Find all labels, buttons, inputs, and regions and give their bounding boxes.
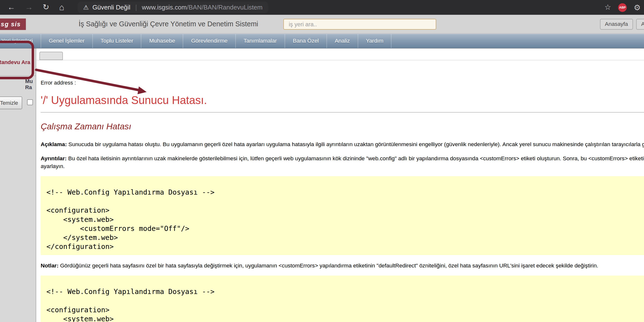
menu-items: İş Yeri İşlemleri Genel İşlemler Toplu L… <box>0 34 644 48</box>
web-config-code-block-2: <!-- Web.Config Yapılandırma Dosyası -->… <box>41 276 644 322</box>
app-logo[interactable]: sg sis <box>0 18 26 30</box>
web-config-code-block-1: <!-- Web.Config Yapılandırma Dosyası -->… <box>41 176 644 255</box>
sidebar-label-line2: Ra <box>25 84 33 90</box>
menu-item-yardim[interactable]: Yardım <box>358 34 392 48</box>
menu-item-is-yeri-islemleri[interactable]: İş Yeri İşlemleri <box>0 34 41 48</box>
details-paragraph: Ayrıntılar: Bu özel hata iletisinin ayrı… <box>41 155 644 162</box>
extensions-icon[interactable]: ⚙ <box>634 3 641 12</box>
main-content: Error address : '/' Uygulamasında Sunucu… <box>36 48 644 322</box>
server-error-title: '/' Uygulamasında Sunucu Hatası. <box>41 94 644 107</box>
temizle-button[interactable]: Temizle <box>0 96 22 109</box>
error-address-label: Error address : <box>41 80 644 86</box>
menu-item-toplu-listeler[interactable]: Toplu Listeler <box>93 34 142 48</box>
sidebar: Randevu Ara Mu Ra Temizle <box>0 48 36 322</box>
details-text-line2: ayarlayın. <box>41 163 644 170</box>
menu-item-tanimlamalar[interactable]: Tanımlamalar <box>236 34 285 48</box>
forward-icon[interactable]: → <box>25 0 33 15</box>
description-paragraph: Açıklama: Sunucuda bir uygulama hatası o… <box>41 141 644 148</box>
anasayfa-button[interactable]: Anasayfa <box>600 19 633 30</box>
notes-paragraph: Notlar: Gördüğünüz geçerli hata sayfasın… <box>41 262 644 269</box>
notes-text: Gördüğünüz geçerli hata sayfasını özel b… <box>60 262 598 268</box>
runtime-error-subtitle: Çalışma Zamanı Hatası <box>41 122 644 131</box>
address-separator: | <box>135 4 137 11</box>
browser-actions: ☆ ABP ⚙ <box>604 0 641 15</box>
address-bar[interactable]: ⚠ Güvenli Değil | www.isgsis.com /BAN/BA… <box>78 2 268 13</box>
description-text: Sunucuda bir uygulama hatası oluştu. Bu … <box>68 141 644 147</box>
user-button[interactable]: AY <box>636 19 644 30</box>
sidebar-divider <box>0 76 36 76</box>
description-label: Açıklama: <box>41 141 67 147</box>
menu-item-genel-islemler[interactable]: Genel İşlemler <box>41 34 93 48</box>
url-domain: www.isgsis.com <box>142 4 186 11</box>
search-input[interactable] <box>283 19 436 30</box>
content-tab[interactable] <box>40 52 63 60</box>
screen: ← → ↻ ⌂ ⚠ Güvenli Değil | www.isgsis.com… <box>0 0 644 322</box>
app-header: sg sis İş Sağlığı ve Güvenliği Çevre Yön… <box>0 15 644 34</box>
menu-item-bana-ozel[interactable]: Bana Özel <box>285 34 327 48</box>
notes-label: Notlar: <box>41 262 58 268</box>
menu-item-gorevlendirme[interactable]: Görevlendirme <box>184 34 236 48</box>
bookmark-star-icon[interactable]: ☆ <box>604 3 611 12</box>
error-page: Error address : '/' Uygulamasında Sunucu… <box>41 80 644 322</box>
sidebar-checkbox[interactable] <box>27 100 33 105</box>
browser-toolbar: ← → ↻ ⌂ ⚠ Güvenli Değil | www.isgsis.com… <box>0 0 644 15</box>
adblock-plus-icon[interactable]: ABP <box>618 3 627 12</box>
security-label: Güvenli Değil <box>92 4 130 11</box>
sidebar-field-label: Mu Ra <box>25 78 33 90</box>
menu-item-analiz[interactable]: Analiz <box>327 34 358 48</box>
details-text-line1: Bu özel hata iletisinin ayrıntılarının u… <box>68 155 644 161</box>
tab-baseline <box>36 60 644 60</box>
app-title: İş Sağlığı ve Güvenliği Çevre Yönetim ve… <box>49 15 288 34</box>
browser-home-icon[interactable]: ⌂ <box>59 0 64 15</box>
back-icon[interactable]: ← <box>7 0 15 15</box>
horizontal-rule <box>41 112 644 112</box>
menu-item-muhasebe[interactable]: Muhasebe <box>142 34 184 48</box>
url-path: /BAN/BAN/RandevuListem <box>187 4 262 11</box>
not-secure-warning-icon: ⚠ <box>83 4 89 11</box>
reload-icon[interactable]: ↻ <box>42 0 49 15</box>
details-label: Ayrıntılar: <box>41 155 67 161</box>
sidebar-label-line1: Mu <box>25 78 33 84</box>
main-menu-bar: İş Yeri İşlemleri Genel İşlemler Toplu L… <box>0 34 644 48</box>
sidebar-section-randevu-ara[interactable]: Randevu Ara <box>0 59 30 65</box>
